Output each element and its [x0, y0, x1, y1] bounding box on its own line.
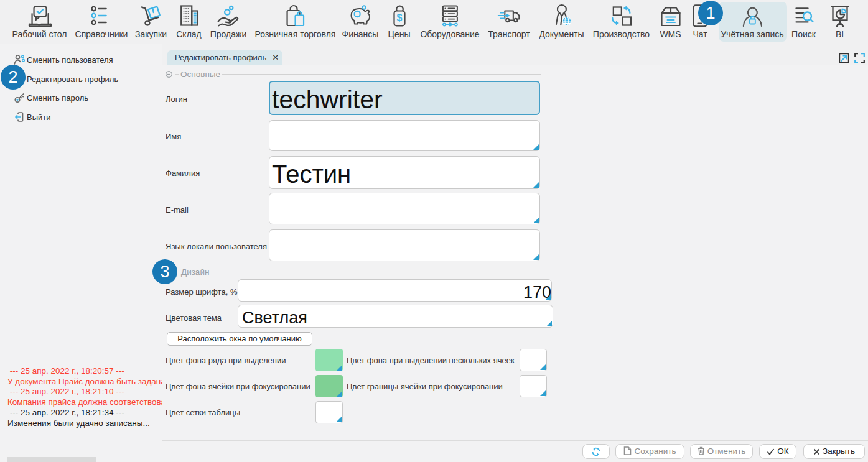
svg-text:$: $ [396, 12, 402, 23]
